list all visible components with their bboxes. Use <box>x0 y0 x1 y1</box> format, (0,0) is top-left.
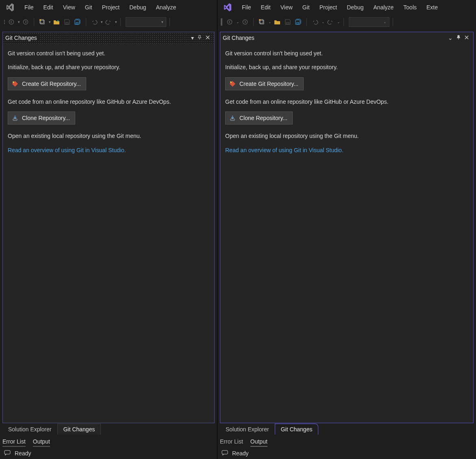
panel-titlebar[interactable]: Git Changes ⌄ <box>220 32 473 44</box>
menu-view[interactable]: View <box>276 2 298 13</box>
menu-git[interactable]: Git <box>298 2 315 13</box>
tab-solution-explorer[interactable]: Solution Explorer <box>220 424 275 435</box>
svg-rect-2 <box>41 20 44 24</box>
nav-back-button[interactable] <box>7 17 16 27</box>
undo-button[interactable] <box>89 17 99 27</box>
menubar: FileEditViewGitProjectDebugAnalyze <box>0 0 217 15</box>
config-dropdown[interactable]: ⌄ <box>349 17 389 27</box>
button-label: Clone Repository... <box>22 114 70 122</box>
redo-button[interactable] <box>104 17 113 27</box>
menu-analyze[interactable]: Analyze <box>369 2 399 13</box>
menu-git[interactable]: Git <box>80 2 97 13</box>
menu-items: FileEditViewGitProjectDebugAnalyzeToolsE… <box>237 2 443 13</box>
svg-rect-13 <box>260 20 264 24</box>
menu-file[interactable]: File <box>20 2 39 13</box>
save-button[interactable] <box>283 17 293 27</box>
new-item-button[interactable] <box>37 17 47 27</box>
panel-content: Git version control isn't being used yet… <box>220 44 473 423</box>
vs-instance-left: FileEditViewGitProjectDebugAnalyze ▾ ▾ ▾… <box>0 0 217 459</box>
menu-debug[interactable]: Debug <box>342 2 368 13</box>
panel-title: Git Changes <box>5 35 39 41</box>
menu-debug[interactable]: Debug <box>124 2 151 13</box>
clone-repo-button[interactable]: Clone Repository... <box>225 111 293 125</box>
svg-point-4 <box>39 19 41 21</box>
chevron-down-icon[interactable]: ⌄ <box>337 20 340 24</box>
chevron-down-icon[interactable]: ▾ <box>49 20 51 24</box>
menu-view[interactable]: View <box>58 2 80 13</box>
menu-project[interactable]: Project <box>97 2 125 13</box>
close-icon[interactable] <box>204 34 212 42</box>
open-folder-button[interactable] <box>52 17 61 27</box>
intro-text-4: Open an existing local repository using … <box>8 132 209 140</box>
menu-edit[interactable]: Edit <box>256 2 276 13</box>
nav-back-button[interactable] <box>225 17 235 27</box>
chevron-down-icon[interactable]: ⌄ <box>268 20 272 24</box>
intro-text-1: Git version control isn't being used yet… <box>8 49 209 57</box>
bottom-tabs: Error List Output <box>217 435 476 448</box>
clone-repo-icon <box>229 114 236 122</box>
save-button[interactable] <box>62 17 72 27</box>
open-folder-button[interactable] <box>272 17 282 27</box>
menubar: FileEditViewGitProjectDebugAnalyzeToolsE… <box>217 0 476 15</box>
config-dropdown[interactable]: ▾ <box>126 17 166 27</box>
overview-link[interactable]: Read an overview of using Git in Visual … <box>8 146 209 154</box>
save-all-button[interactable] <box>293 17 303 27</box>
git-changes-panel: Git Changes ▾ Git version control isn't … <box>2 32 215 423</box>
intro-text-2: Initialize, back up, and share your repo… <box>225 63 468 71</box>
toolbar-grip-icon[interactable] <box>3 20 6 24</box>
feedback-icon[interactable] <box>222 450 228 457</box>
clone-repo-icon <box>11 114 19 122</box>
dropdown-arrow-icon[interactable]: ▾ <box>189 34 196 42</box>
chevron-down-icon[interactable]: ▾ <box>101 20 103 24</box>
undo-button[interactable] <box>310 17 320 27</box>
nav-forward-button[interactable] <box>240 17 250 27</box>
create-repo-icon <box>229 80 236 87</box>
svg-rect-16 <box>287 22 289 24</box>
visual-studio-logo-icon <box>5 2 15 12</box>
svg-rect-20 <box>230 119 235 120</box>
button-label: Clone Repository... <box>239 114 287 122</box>
svg-rect-9 <box>13 119 17 120</box>
chevron-down-icon[interactable]: ▾ <box>18 20 20 24</box>
feedback-icon[interactable] <box>4 450 11 457</box>
pin-icon[interactable] <box>454 34 463 42</box>
new-item-button[interactable] <box>257 17 267 27</box>
tab-error-list[interactable]: Error List <box>2 437 26 447</box>
intro-text-3: Get code from an online repository like … <box>225 98 468 106</box>
menu-tools[interactable]: Tools <box>398 2 422 13</box>
overview-link[interactable]: Read an overview of using Git in Visual … <box>225 146 468 154</box>
tab-git-changes[interactable]: Git Changes <box>275 424 319 435</box>
menu-project[interactable]: Project <box>315 2 342 13</box>
menu-analyze[interactable]: Analyze <box>151 2 181 13</box>
redo-button[interactable] <box>326 17 335 27</box>
clone-repo-button[interactable]: Clone Repository... <box>8 111 75 125</box>
svg-point-8 <box>13 81 14 83</box>
status-text: Ready <box>232 450 248 457</box>
close-icon[interactable] <box>463 34 471 42</box>
nav-forward-button[interactable] <box>21 17 30 27</box>
menu-file[interactable]: File <box>237 2 256 13</box>
chevron-down-icon[interactable]: ⌄ <box>446 34 454 42</box>
tab-solution-explorer[interactable]: Solution Explorer <box>2 424 57 435</box>
chevron-down-icon[interactable]: ⌄ <box>236 20 239 24</box>
chevron-down-icon[interactable]: ⌄ <box>322 20 325 24</box>
pin-icon[interactable] <box>196 34 204 42</box>
svg-rect-5 <box>66 22 68 24</box>
menu-edit[interactable]: Edit <box>39 2 58 13</box>
intro-text-4: Open an existing local repository using … <box>225 132 468 140</box>
git-changes-panel: Git Changes ⌄ Git version control isn't … <box>220 32 474 423</box>
create-git-repo-button[interactable]: Create Git Repository... <box>8 77 86 90</box>
tab-output[interactable]: Output <box>33 437 50 447</box>
save-all-button[interactable] <box>73 17 83 27</box>
toolbar-handle-icon[interactable] <box>221 18 222 26</box>
panel-titlebar[interactable]: Git Changes ▾ <box>3 32 214 44</box>
toolbar: ⌄ ⌄ ⌄ ⌄ ⌄ <box>217 15 476 29</box>
menu-exte[interactable]: Exte <box>422 2 443 13</box>
tab-error-list[interactable]: Error List <box>220 437 243 447</box>
status-text: Ready <box>15 450 31 457</box>
tab-git-changes[interactable]: Git Changes <box>57 424 101 435</box>
chevron-down-icon[interactable]: ▾ <box>115 20 117 24</box>
create-git-repo-button[interactable]: Create Git Repository... <box>225 77 304 90</box>
tab-output[interactable]: Output <box>250 437 267 447</box>
intro-text-1: Git version control isn't being used yet… <box>225 49 468 57</box>
